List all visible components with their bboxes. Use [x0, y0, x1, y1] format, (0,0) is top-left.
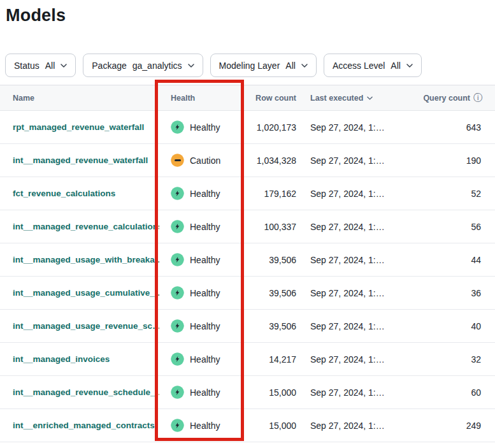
model-name-link[interactable]: int__enriched_managed_contracts	[13, 421, 155, 430]
health-status-label: Caution	[190, 155, 220, 166]
filter-package[interactable]: Package ga_analytics	[83, 54, 203, 77]
table-row: int__managed_revenue_waterfall Caution 1…	[0, 144, 495, 177]
table-row: int__managed_revenue_calculations Health…	[0, 210, 495, 243]
health-cell: Healthy	[159, 352, 243, 366]
model-name-link[interactable]: fct_revenue_calculations	[13, 189, 115, 198]
last-executed-cell: Sep 27, 2024, 1:…	[296, 255, 417, 265]
model-name-link[interactable]: int__managed_revenue_schedule_…	[13, 387, 159, 397]
row-count-cell: 39,506	[243, 255, 296, 265]
table-row: int__managed_revenue_schedule_… Healthy …	[0, 376, 495, 409]
row-count-cell: 15,000	[243, 421, 296, 431]
filter-status-value: All	[45, 61, 55, 71]
row-count-cell: 1,020,173	[243, 122, 296, 133]
row-count-cell: 100,337	[243, 222, 296, 232]
minus-icon	[171, 154, 184, 167]
filter-status-label: Status	[14, 61, 39, 71]
table-header-row: Name Health Row count Last executed Quer…	[0, 85, 495, 111]
health-status-icon	[171, 220, 184, 233]
query-count-cell: 643	[417, 122, 495, 133]
table-row: int__managed_usage_cumulative_… Healthy …	[0, 277, 495, 310]
table-row: fct_revenue_calculations Healthy 179,162…	[0, 177, 495, 210]
lightning-bolt-icon	[171, 286, 184, 300]
filter-package-value: ga_analytics	[133, 61, 182, 71]
health-cell: Healthy	[159, 220, 243, 233]
lightning-bolt-icon	[171, 319, 184, 333]
health-status-icon	[171, 187, 184, 200]
table-row: int__managed_usage_with_breaka… Healthy …	[0, 243, 495, 277]
health-status-label: Healthy	[190, 255, 220, 265]
model-name-link[interactable]: int__managed_invoices	[13, 354, 110, 364]
query-count-cell: 32	[417, 354, 495, 365]
health-cell: Healthy	[159, 386, 243, 399]
lightning-bolt-icon	[171, 220, 184, 233]
filter-access-level[interactable]: Access Level All	[324, 54, 422, 77]
query-count-cell: 44	[417, 255, 495, 265]
models-page: Models Status All Package ga_analytics M…	[0, 0, 495, 448]
lightning-bolt-icon	[171, 419, 184, 432]
model-name-link[interactable]: int__managed_revenue_waterfall	[13, 155, 148, 165]
sort-chevron-down-icon[interactable]	[367, 96, 373, 100]
chevron-down-icon	[301, 64, 308, 68]
query-count-cell: 40	[417, 321, 495, 331]
lightning-bolt-icon	[171, 386, 184, 399]
column-header-health[interactable]: Health	[159, 94, 243, 103]
health-status-label: Healthy	[190, 222, 220, 232]
health-status-label: Healthy	[190, 189, 220, 199]
column-header-name[interactable]: Name	[0, 94, 159, 103]
query-count-cell: 56	[417, 222, 495, 232]
chevron-down-icon	[61, 64, 67, 68]
row-count-cell: 39,506	[243, 321, 296, 331]
lightning-bolt-icon	[171, 352, 184, 366]
filter-status[interactable]: Status All	[5, 54, 76, 77]
table-row: rpt_managed_revenue_waterfall Healthy 1,…	[0, 111, 495, 144]
query-count-cell: 190	[417, 155, 495, 166]
health-status-icon	[171, 352, 184, 366]
query-count-cell: 60	[417, 387, 495, 398]
page-title: Models	[0, 0, 495, 25]
health-status-icon	[171, 319, 184, 333]
health-cell: Healthy	[159, 319, 243, 333]
column-header-row-count[interactable]: Row count	[243, 94, 296, 103]
health-cell: Healthy	[159, 187, 243, 200]
last-executed-cell: Sep 27, 2024, 1:…	[296, 122, 417, 133]
last-executed-cell: Sep 27, 2024, 1:…	[296, 155, 417, 166]
health-cell: Healthy	[159, 286, 243, 300]
model-name-link[interactable]: int__managed_usage_revenue_sc…	[13, 321, 159, 331]
row-count-cell: 179,162	[243, 189, 296, 199]
model-name-link[interactable]: rpt_managed_revenue_waterfall	[13, 122, 144, 132]
last-executed-cell: Sep 27, 2024, 1:…	[296, 421, 417, 431]
model-name-link[interactable]: int__managed_usage_with_breaka…	[13, 255, 159, 264]
lightning-bolt-icon	[171, 253, 184, 266]
health-status-label: Healthy	[190, 354, 220, 365]
chevron-down-icon	[406, 64, 413, 68]
last-executed-cell: Sep 27, 2024, 1:…	[296, 288, 417, 298]
last-executed-cell: Sep 27, 2024, 1:…	[296, 387, 417, 398]
filter-modeling-layer-value: All	[285, 61, 296, 71]
query-count-cell: 52	[417, 189, 495, 199]
health-status-label: Healthy	[190, 288, 220, 298]
health-cell: Healthy	[159, 253, 243, 266]
info-icon[interactable]: ⓘ	[473, 92, 482, 104]
row-count-cell: 14,217	[243, 354, 296, 365]
column-header-query-count[interactable]: Query count ⓘ	[417, 92, 495, 104]
column-header-last-executed[interactable]: Last executed	[296, 94, 417, 103]
model-name-link[interactable]: int__managed_usage_cumulative_…	[13, 288, 159, 298]
model-name-link[interactable]: int__managed_revenue_calculations	[13, 222, 159, 231]
health-status-icon	[171, 154, 184, 167]
table-row: int__managed_usage_revenue_sc… Healthy 3…	[0, 310, 495, 343]
table-row: int__enriched_managed_contracts Healthy …	[0, 409, 495, 442]
lightning-bolt-icon	[171, 120, 184, 134]
column-header-query-count-label: Query count	[423, 94, 470, 103]
chevron-down-icon	[188, 64, 194, 68]
lightning-bolt-icon	[171, 187, 184, 200]
filter-package-label: Package	[92, 61, 126, 71]
health-cell: Healthy	[159, 419, 243, 432]
row-count-cell: 1,034,328	[243, 155, 296, 166]
filter-modeling-layer[interactable]: Modeling Layer All	[210, 54, 317, 77]
filter-access-level-label: Access Level	[333, 61, 385, 71]
query-count-cell: 249	[417, 421, 495, 431]
last-executed-cell: Sep 27, 2024, 1:…	[296, 222, 417, 232]
filter-access-level-value: All	[391, 61, 401, 71]
row-count-cell: 15,000	[243, 387, 296, 398]
health-status-icon	[171, 419, 184, 432]
